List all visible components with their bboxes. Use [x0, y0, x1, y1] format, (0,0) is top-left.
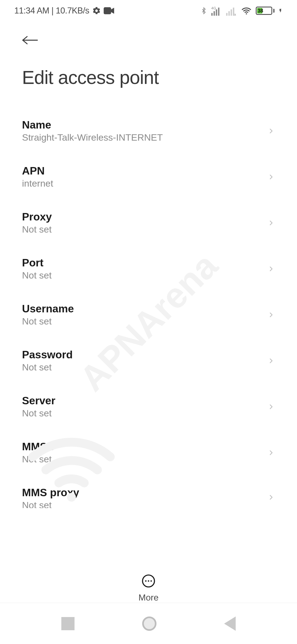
- more-icon: [141, 574, 156, 588]
- row-mms-proxy-label: MMS proxy: [22, 487, 79, 499]
- wifi-icon: [241, 6, 252, 15]
- row-server[interactable]: Server Not set: [22, 384, 275, 430]
- svg-text:4G: 4G: [211, 6, 216, 10]
- navigation-bar: [0, 603, 297, 644]
- status-data-rate: 10.7KB/s: [56, 6, 89, 15]
- battery-indicator: 38: [256, 7, 274, 15]
- chevron-right-icon: [267, 355, 275, 366]
- row-password-label: Password: [22, 349, 73, 361]
- svg-point-16: [148, 580, 149, 582]
- row-password-value: Not set: [22, 362, 73, 373]
- chevron-right-icon: [267, 171, 275, 182]
- status-bar-left: 11:34 AM | 10.7KB/s: [14, 6, 114, 16]
- more-button[interactable]: More: [0, 567, 297, 603]
- row-apn-label: APN: [22, 165, 53, 177]
- status-bar-right: 4G x 38: [200, 6, 283, 16]
- row-mmsc[interactable]: MMSC Not set: [22, 430, 275, 476]
- row-mms-proxy[interactable]: MMS proxy Not set: [22, 476, 275, 519]
- row-username-value: Not set: [22, 316, 74, 327]
- row-apn-value: internet: [22, 178, 53, 189]
- row-mmsc-value: Not set: [22, 454, 55, 465]
- row-proxy-value: Not set: [22, 224, 52, 235]
- charging-icon: [278, 6, 283, 15]
- nav-home-button[interactable]: [142, 616, 156, 631]
- page-title: Edit access point: [22, 67, 283, 88]
- row-password[interactable]: Password Not set: [22, 338, 275, 384]
- nav-recent-button[interactable]: [61, 617, 75, 630]
- row-name[interactable]: Name Straight-Talk-Wireless-INTERNET: [22, 108, 275, 154]
- row-mmsc-label: MMSC: [22, 441, 55, 453]
- back-button[interactable]: [22, 35, 283, 47]
- status-time: 11:34 AM | 10.7KB/s: [14, 6, 89, 16]
- svg-rect-8: [229, 11, 230, 16]
- row-port-label: Port: [22, 257, 52, 269]
- chevron-right-icon: [267, 125, 275, 137]
- svg-text:x: x: [234, 12, 236, 16]
- status-separator: |: [51, 6, 56, 15]
- status-bar: 11:34 AM | 10.7KB/s 4G x 38: [0, 0, 297, 21]
- svg-rect-9: [231, 9, 232, 16]
- svg-point-12: [246, 13, 247, 15]
- row-proxy-label: Proxy: [22, 211, 52, 223]
- row-username[interactable]: Username Not set: [22, 292, 275, 338]
- row-username-label: Username: [22, 303, 74, 315]
- status-time-text: 11:34 AM: [14, 6, 49, 15]
- settings-list: Name Straight-Talk-Wireless-INTERNET APN…: [0, 88, 297, 519]
- row-server-label: Server: [22, 395, 55, 407]
- arrow-left-icon: [22, 35, 40, 46]
- svg-point-17: [150, 580, 152, 582]
- svg-rect-1: [104, 7, 111, 14]
- row-port-value: Not set: [22, 270, 52, 281]
- row-name-label: Name: [22, 119, 163, 131]
- row-mms-proxy-value: Not set: [22, 500, 79, 508]
- svg-point-15: [145, 580, 147, 582]
- chevron-right-icon: [267, 309, 275, 320]
- chevron-right-icon: [267, 447, 275, 458]
- svg-rect-4: [214, 11, 215, 16]
- row-name-value: Straight-Talk-Wireless-INTERNET: [22, 132, 163, 143]
- signal-4g-icon: 4G: [211, 6, 222, 16]
- more-label: More: [139, 593, 159, 603]
- header: Edit access point: [0, 21, 297, 88]
- row-apn[interactable]: APN internet: [22, 154, 275, 200]
- signal-no-sim-icon: x: [226, 6, 237, 16]
- chevron-right-icon: [267, 492, 275, 503]
- row-proxy[interactable]: Proxy Not set: [22, 200, 275, 246]
- chevron-right-icon: [267, 401, 275, 412]
- svg-rect-6: [218, 8, 219, 16]
- row-server-value: Not set: [22, 408, 55, 419]
- battery-percent: 38: [258, 8, 263, 14]
- row-port[interactable]: Port Not set: [22, 246, 275, 292]
- video-camera-icon: [104, 7, 114, 14]
- nav-back-button[interactable]: [224, 616, 236, 631]
- chevron-right-icon: [267, 217, 275, 228]
- svg-rect-5: [216, 9, 217, 16]
- chevron-right-icon: [267, 263, 275, 274]
- bluetooth-icon: [200, 6, 207, 16]
- svg-rect-3: [211, 13, 213, 16]
- svg-rect-7: [226, 13, 227, 16]
- gear-icon: [92, 6, 101, 15]
